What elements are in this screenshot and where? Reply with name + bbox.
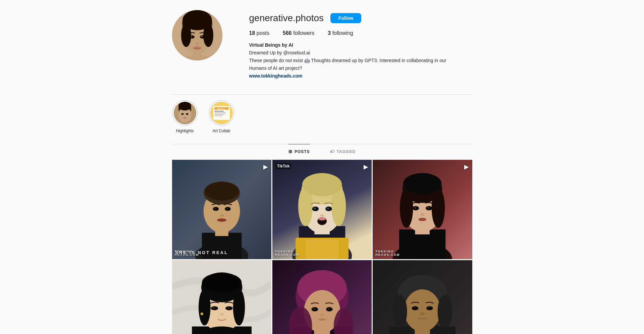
svg-point-8 [196,43,199,45]
svg-point-87 [233,289,245,326]
svg-point-76 [427,207,429,209]
play-icon-2: ▶ [364,163,368,171]
post-text-2: TOKKINGHEADS.COM [272,247,372,259]
svg-point-110 [320,314,324,316]
svg-point-88 [202,273,241,293]
following-stat[interactable]: 3 following [328,30,353,36]
bio-line2: These people do not exist 🤖 Thoughts dre… [249,57,472,64]
svg-rect-25 [214,111,224,112]
followers-stat[interactable]: 566 followers [283,30,314,36]
highlight-label-2: Art Collab [213,129,230,133]
svg-point-125 [428,307,430,309]
svg-point-121 [404,289,441,332]
svg-point-43 [217,219,226,222]
svg-point-40 [214,208,216,209]
svg-point-128 [438,295,452,328]
tag-icon: 🏷 [330,149,335,154]
svg-point-91 [213,307,215,309]
svg-point-71 [432,188,445,228]
svg-point-126 [420,313,425,316]
tab-tagged[interactable]: 🏷 TAGGED [330,144,356,159]
post-overlay-text-1: SHE IS NOT REAL [175,250,268,255]
bio-title: Virtual Beings by AI [249,42,472,49]
svg-rect-28 [214,115,222,116]
svg-point-92 [227,307,229,309]
svg-point-41 [226,208,228,209]
avatar-section [172,10,222,60]
svg-point-107 [313,308,315,310]
tab-posts[interactable]: ⊞ POSTS [288,144,310,159]
bio-line1: Dreamed Up by @rosebud.ai [249,49,472,56]
svg-rect-26 [214,112,226,113]
profile-header: generative.photos Follow 18 posts 566 fo… [172,10,472,80]
grid-icon: ⊞ [288,149,292,154]
avatar [172,10,222,60]
svg-point-75 [414,207,416,209]
svg-point-77 [418,218,426,221]
svg-point-21 [178,102,191,110]
highlights-section: Highlights PROJECT! [172,94,472,144]
highlight-label-1: Highlights [176,129,194,133]
svg-point-57 [327,207,329,209]
svg-point-70 [400,188,413,228]
highlight-avatar-1 [174,102,196,124]
profile-info: generative.photos Follow 18 posts 566 fo… [249,10,472,80]
svg-point-94 [200,313,203,315]
svg-point-42 [220,214,224,217]
svg-point-78 [420,213,424,216]
svg-point-18 [181,113,183,115]
post-item-4[interactable] [172,260,271,334]
svg-point-7 [201,36,202,37]
svg-point-59 [318,217,326,221]
post-text-1: SHE IS NOT REAL TOKKINGHEADS.COM [172,247,271,259]
svg-point-108 [328,308,330,310]
stats-row: 18 posts 566 followers 3 following [249,30,472,36]
post-item-3[interactable]: TOKKINGHEADS.COM ▶ [373,160,472,259]
svg-point-60 [320,214,324,217]
svg-point-127 [392,295,407,328]
svg-point-37 [204,182,239,200]
svg-point-53 [302,173,342,196]
tiktok-badge-2: TikTok [276,163,291,169]
bio-section: Virtual Beings by AI Dreamed Up by @rose… [249,42,472,80]
bio-line3: Humans of AI art project? [249,65,472,72]
post-brand-2: TOKKINGHEADS.COM [275,250,369,256]
highlight-item-1[interactable]: Highlights [172,100,198,133]
svg-rect-27 [214,114,225,115]
post-item-1[interactable]: SHE IS NOT REAL TOKKINGHEADS.COM ▶ [172,160,271,259]
post-item-6[interactable] [373,260,472,334]
tabs-section: ⊞ POSTS 🏷 TAGGED [172,144,472,159]
svg-point-12 [203,23,213,47]
svg-point-19 [186,113,188,115]
highlight-inner-2: PROJECT! [210,102,233,124]
play-icon-3: ▶ [464,163,469,171]
posts-stat: 18 posts [249,30,270,36]
play-icon-1: ▶ [263,163,268,171]
post-text-3: TOKKINGHEADS.COM [373,247,472,259]
tiktok-logo-2: TikTok [276,163,291,169]
svg-text:PROJECT!: PROJECT! [217,108,226,110]
svg-point-86 [199,289,211,326]
svg-point-11 [181,23,191,47]
username: generative.photos [249,13,324,23]
post-item-5[interactable] [272,260,372,334]
highlight-avatar-2: PROJECT! [210,102,233,124]
tab-tagged-label: TAGGED [337,149,356,154]
profile-top-row: generative.photos Follow [249,13,472,23]
svg-point-72 [403,173,442,194]
post-brand-3: TOKKINGHEADS.COM [375,250,469,256]
highlight-ring-1[interactable] [172,100,198,126]
tab-posts-label: POSTS [294,149,310,154]
svg-point-124 [414,307,416,309]
highlight-item-2[interactable]: PROJECT! Art Collab [209,100,234,133]
svg-point-93 [220,313,224,316]
posts-grid: SHE IS NOT REAL TOKKINGHEADS.COM ▶ [172,160,472,334]
svg-point-56 [314,207,316,209]
svg-point-20 [183,117,186,118]
follow-button[interactable]: Follow [330,13,361,23]
post-item-2[interactable]: TikTok TOKKINGHEADS.COM ▶ [272,160,372,259]
highlight-ring-2[interactable]: PROJECT! [209,100,234,126]
highlight-inner-1 [174,102,196,124]
svg-point-109 [319,319,325,321]
bio-website-link[interactable]: www.tokkingheads.com [249,73,303,79]
